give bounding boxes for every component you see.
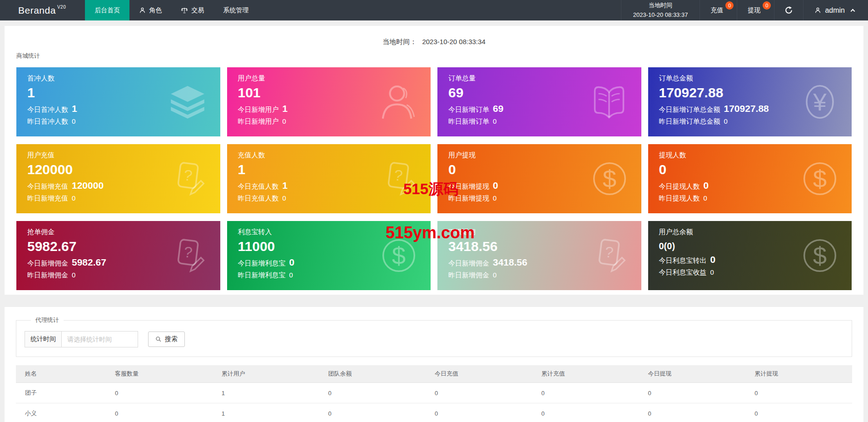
card-today-value: 170927.88 [724, 103, 769, 114]
stat-cards-grid: 首冲人数 1 今日首冲人数 1 昨日首冲人数 0 用户总量 101 今日新增用户… [16, 67, 852, 290]
svg-text:?: ? [604, 243, 614, 261]
stat-card: 抢单佣金 5982.67 今日新增佣金 5982.67 昨日新增佣金 0 ? [16, 221, 220, 290]
table-cell: 0 [106, 383, 213, 403]
card-today-label: 今日新增佣金 [27, 259, 68, 268]
table-cell: 0 [639, 383, 746, 403]
card-today-label: 今日新增利息宝 [238, 259, 286, 268]
recharge-button[interactable]: 充值 0 [699, 0, 737, 20]
column-header: 团队余额 [319, 365, 426, 383]
stats-panel: 当地时间： 2023-10-20 08:33:34 商城统计 首冲人数 1 今日… [5, 26, 863, 295]
svg-text:$: $ [602, 165, 616, 193]
table-cell: 0 [426, 403, 532, 422]
card-today-value: 120000 [72, 180, 104, 191]
agent-stats-fieldset: 代理统计 统计时间 搜索 [16, 316, 852, 357]
card-today-value: 3418.56 [493, 257, 527, 268]
card-yesterday-value: 0 [72, 117, 75, 125]
admin-menu[interactable]: admin [803, 0, 868, 20]
card-today-label: 今日首冲人数 [27, 106, 68, 114]
chevron-up-icon [851, 9, 855, 14]
withdraw-badge: 0 [763, 1, 771, 10]
column-header: 累计提现 [745, 365, 852, 383]
column-header: 姓名 [16, 365, 106, 383]
card-yesterday-label: 昨日充值人数 [238, 194, 279, 203]
stat-card: 用户提现 0 今日新增提现 0 昨日新增提现 0 $ [437, 144, 641, 213]
search-button[interactable]: 搜索 [148, 332, 185, 347]
brand-name: Beranda [18, 5, 56, 16]
card-today-label: 今日新增订单 [448, 106, 489, 114]
layers-icon [167, 81, 208, 123]
card-today-value: 0 [289, 257, 295, 268]
stat-time-input[interactable] [62, 331, 138, 347]
admin-username: admin [825, 6, 845, 15]
refresh-icon [784, 6, 793, 15]
card-yesterday-label: 昨日新增订单 [448, 117, 489, 126]
card-yesterday-label: 昨日首冲人数 [27, 117, 68, 126]
table-row: 团子0100000 [16, 383, 852, 403]
card-yesterday-value: 0 [72, 194, 75, 202]
card-today-value: 1 [283, 103, 288, 114]
column-header: 客服数量 [106, 365, 213, 383]
card-yesterday-label: 昨日新增用户 [238, 117, 279, 126]
watermark-url: 515ym.com [386, 223, 475, 242]
card-yesterday-value: 0 [710, 268, 714, 276]
table-cell: 0 [532, 383, 639, 403]
svg-text:$: $ [813, 242, 827, 270]
card-yesterday-label: 昨日提现人数 [659, 194, 700, 203]
card-today-label: 今日利息宝转出 [659, 256, 707, 265]
card-yesterday-value: 0 [704, 194, 707, 202]
refresh-button[interactable] [774, 0, 803, 20]
table-cell: 0 [106, 403, 213, 422]
local-time-label: 当地时间 [649, 1, 672, 10]
column-header: 累计充值 [532, 365, 639, 383]
menu-item-2[interactable]: 角色 [129, 0, 171, 20]
card-yesterday-value: 0 [493, 194, 496, 202]
doc-icon: ? [590, 236, 630, 276]
stat-time-input-group: 统计时间 [25, 331, 138, 347]
withdraw-button[interactable]: 提现 0 [737, 0, 774, 20]
recharge-label: 充值 [710, 6, 723, 15]
scale-icon [181, 7, 188, 14]
card-today-value: 0 [704, 180, 709, 191]
menu-item-4[interactable]: 系统管理 [213, 0, 258, 20]
card-yesterday-label: 昨日新增订单总金额 [659, 117, 720, 126]
card-today-label: 今日新增用户 [238, 106, 279, 114]
svg-text:¥: ¥ [813, 89, 827, 116]
local-time-display: 当地时间 2023-10-20 08:33:37 [621, 0, 700, 20]
card-today-label: 今日充值人数 [238, 182, 279, 191]
table-cell: 0 [745, 403, 852, 422]
card-yesterday-value: 0 [72, 271, 75, 279]
menu-item-label: 角色 [149, 6, 162, 15]
svg-text:$: $ [813, 165, 827, 193]
top-navbar: BerandaV20 后台首页角色交易系统管理 当地时间 2023-10-20 … [0, 0, 868, 20]
filter-label: 统计时间 [25, 331, 62, 347]
card-yesterday-label: 今日利息宝收益 [659, 268, 707, 277]
column-header: 今日充值 [426, 365, 532, 383]
page-time-label: 当地时间： [382, 38, 417, 45]
page-local-time: 当地时间： 2023-10-20 08:33:34 [5, 26, 863, 46]
person-icon [377, 81, 419, 123]
svg-text:?: ? [183, 243, 193, 261]
card-yesterday-value: 0 [283, 194, 286, 202]
card-today-label: 今日新增订单总金额 [659, 106, 720, 114]
recharge-badge: 0 [725, 1, 734, 10]
user-icon [139, 7, 146, 14]
stat-card: 充值人数 1 今日充值人数 1 昨日充值人数 0 ? [227, 144, 431, 213]
card-yesterday-value: 0 [724, 117, 728, 125]
local-time-value: 2023-10-20 08:33:37 [633, 10, 688, 20]
yen-icon: ¥ [800, 82, 840, 122]
card-today-value: 0 [493, 180, 498, 191]
menu-item-3[interactable]: 交易 [171, 0, 213, 20]
watermark-text: 515源码 [403, 179, 458, 200]
card-yesterday-value: 0 [289, 271, 293, 279]
stat-card: 提现人数 0 今日提现人数 0 昨日提现人数 0 $ [648, 144, 852, 213]
agent-table: 姓名客服数量累计用户团队余额今日充值累计充值今日提现累计提现 团子0100000… [16, 365, 852, 422]
card-today-value: 1 [283, 180, 288, 191]
menu-item-1[interactable]: 后台首页 [85, 0, 129, 20]
table-cell: 0 [426, 383, 532, 403]
stat-card: 用户总余额 0(0) 今日利息宝转出 0 今日利息宝收益 0 $ [648, 221, 852, 290]
column-header: 累计用户 [213, 365, 319, 383]
section-title-agent-stats: 代理统计 [31, 316, 64, 324]
search-button-label: 搜索 [165, 335, 178, 343]
card-today-value: 5982.67 [72, 257, 106, 268]
card-today-label: 今日新增佣金 [448, 259, 489, 268]
